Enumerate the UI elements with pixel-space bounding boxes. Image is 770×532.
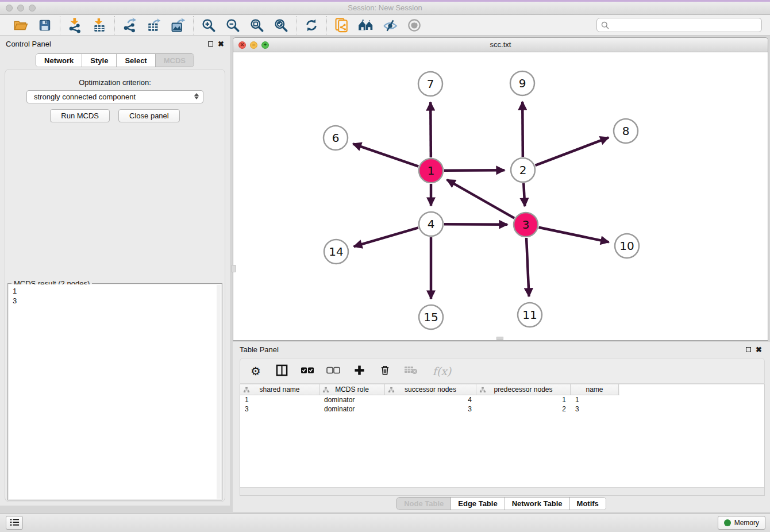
graph-edge-4-14[interactable] (354, 228, 418, 246)
tab-mcds[interactable]: MCDS (156, 54, 194, 67)
search-container (596, 18, 762, 32)
export-network-icon (122, 17, 138, 33)
column-header-name[interactable]: name (571, 384, 619, 395)
trash-icon (379, 364, 391, 378)
mcds-panel: Optimization criterion: strongly connect… (5, 69, 225, 502)
float-panel-icon[interactable] (208, 41, 213, 47)
table-panel-title: Table Panel (240, 345, 279, 354)
network-view-window: ✕ − + scc.txt 7968124314101511 (233, 37, 768, 341)
node-table[interactable]: shared name MCDS role successor nodes pr… (240, 384, 765, 496)
table-row[interactable]: 1 dominator 4 1 1 (240, 395, 764, 404)
select-all-button[interactable] (300, 364, 315, 379)
control-panel-tabbar: Network Style Select MCDS (36, 53, 194, 67)
show-all-button[interactable] (357, 17, 375, 34)
tab-network[interactable]: Network (36, 54, 82, 67)
show-log-button[interactable] (6, 516, 23, 530)
control-panel-title: Control Panel (6, 40, 51, 48)
graph-edge-3-11[interactable] (526, 238, 529, 296)
delete-column-button[interactable] (378, 364, 392, 379)
export-network-button[interactable] (121, 17, 138, 34)
graph-node-label-6: 6 (332, 131, 340, 145)
minimize-window-button[interactable] (17, 5, 24, 11)
hide-selected-button[interactable] (382, 17, 399, 34)
graph-edge-3-1[interactable] (447, 180, 514, 218)
graph-edge-4-3[interactable] (444, 224, 507, 225)
open-file-button[interactable] (12, 17, 29, 34)
tab-motifs[interactable]: Motifs (570, 498, 606, 510)
horizontal-scrollbar[interactable] (240, 487, 764, 495)
table-header-row: shared name MCDS role successor nodes pr… (240, 384, 619, 395)
close-panel-button[interactable]: Close panel (118, 109, 180, 122)
apply-function-button[interactable]: f(x) (429, 364, 455, 379)
function-icon: f(x) (433, 365, 452, 377)
delete-table-button[interactable] (403, 364, 418, 379)
column-header-successor-nodes[interactable]: successor nodes (385, 384, 476, 395)
refresh-network-button[interactable] (303, 17, 320, 34)
network-maximize-button[interactable]: + (261, 41, 269, 49)
zoom-fit-icon (249, 18, 264, 33)
checked-boxes-icon (301, 367, 314, 376)
splitter-grip-horizontal[interactable] (496, 337, 503, 340)
close-window-button[interactable] (6, 5, 13, 11)
splitter-grip-vertical[interactable] (232, 265, 236, 272)
table-tabbar: Node Table Edge Table Network Table Moti… (396, 497, 606, 510)
export-image-icon (170, 17, 186, 33)
tab-style[interactable]: Style (82, 54, 117, 67)
eye-icon (406, 18, 422, 33)
zoom-selected-button[interactable] (272, 17, 290, 34)
tab-node-table[interactable]: Node Table (397, 498, 451, 510)
graph-edge-1-2[interactable] (444, 170, 505, 171)
graph-edges (353, 102, 609, 299)
deselect-all-button[interactable] (326, 364, 341, 379)
clone-network-icon (334, 17, 350, 33)
zoom-in-button[interactable] (200, 17, 217, 34)
zoom-window-button[interactable] (29, 5, 36, 11)
graph-edge-1-7[interactable] (430, 102, 431, 157)
close-panel-icon[interactable]: ✖ (756, 347, 762, 353)
search-input[interactable] (596, 18, 762, 32)
main-area: Control Panel ✖ Network Style Select MCD… (0, 36, 770, 513)
import-network-button[interactable] (67, 17, 84, 34)
network-close-button[interactable]: ✕ (238, 41, 246, 49)
table-row[interactable]: 3 dominator 3 2 3 (240, 404, 764, 414)
mcds-result-line: 1 (13, 286, 217, 296)
result-scrollbar[interactable] (217, 285, 221, 499)
graph-edge-2-3[interactable] (523, 183, 525, 206)
app-titlebar: Session: New Session (0, 2, 770, 15)
graph-edge-3-10[interactable] (539, 228, 609, 242)
unchecked-boxes-icon (326, 367, 340, 376)
graph-edge-2-8[interactable] (536, 137, 609, 165)
network-canvas[interactable]: 7968124314101511 (233, 52, 768, 340)
graph-node-label-1: 1 (428, 164, 435, 178)
import-table-button[interactable] (91, 17, 108, 34)
graph-edge-2-9[interactable] (522, 102, 523, 157)
search-icon (601, 21, 609, 29)
column-header-shared-name[interactable]: shared name (240, 384, 319, 395)
table-settings-button[interactable]: ⚙ (248, 364, 263, 379)
mcds-result-text[interactable]: 1 3 (9, 284, 221, 499)
graph-edge-1-6[interactable] (353, 144, 418, 166)
network-minimize-button[interactable]: − (250, 41, 257, 49)
export-table-button[interactable] (145, 17, 163, 34)
close-panel-icon[interactable]: ✖ (218, 41, 224, 47)
tab-select[interactable]: Select (117, 54, 155, 67)
save-session-button[interactable] (36, 17, 53, 34)
zoom-out-button[interactable] (224, 17, 241, 34)
run-mcds-button[interactable]: Run MCDS (50, 109, 110, 122)
delete-table-icon (404, 365, 418, 376)
network-window-titlebar[interactable]: ✕ − + scc.txt (233, 38, 768, 52)
show-columns-button[interactable] (274, 364, 289, 379)
show-hidden-button[interactable] (406, 17, 423, 34)
export-image-button[interactable] (170, 17, 187, 34)
optimization-criterion-select[interactable]: strongly connected component (26, 90, 203, 103)
graph-node-label-15: 15 (424, 310, 438, 324)
clone-network-button[interactable] (333, 17, 351, 34)
column-header-mcds-role[interactable]: MCDS role (319, 384, 385, 395)
add-column-button[interactable] (352, 364, 367, 379)
memory-button[interactable]: Memory (718, 516, 765, 530)
float-panel-icon[interactable] (746, 347, 751, 352)
column-header-predecessor-nodes[interactable]: predecessor nodes (476, 384, 571, 395)
tab-edge-table[interactable]: Edge Table (451, 498, 505, 510)
zoom-fit-button[interactable] (248, 17, 265, 34)
tab-network-table[interactable]: Network Table (505, 498, 570, 510)
